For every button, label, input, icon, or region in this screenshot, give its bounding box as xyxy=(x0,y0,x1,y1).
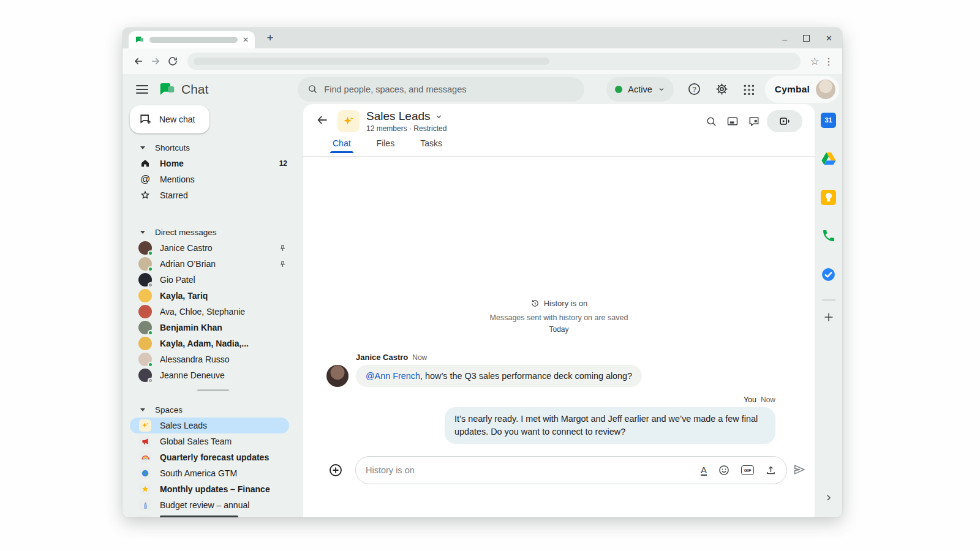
browser-tab[interactable]: ✕ xyxy=(129,31,255,48)
sidebar-item-home[interactable]: Home 12 xyxy=(123,156,303,171)
main-menu-icon[interactable] xyxy=(136,85,148,94)
space-item[interactable]: Budget review – annual xyxy=(123,497,303,513)
avatar xyxy=(138,337,152,350)
sparkle-icon xyxy=(342,114,355,128)
space-item[interactable]: Global Sales Team xyxy=(123,433,303,449)
search-in-space-button[interactable] xyxy=(703,113,720,130)
new-chat-button[interactable]: New chat xyxy=(130,105,209,133)
space-subtitle: 12 members · Restricted xyxy=(366,124,447,133)
glowing-star-icon xyxy=(141,485,149,493)
thread-chat-icon xyxy=(748,115,760,127)
threads-button[interactable] xyxy=(745,113,763,130)
chevron-down-icon[interactable] xyxy=(435,113,443,121)
tab-close-icon[interactable]: ✕ xyxy=(243,36,249,43)
presence-offline-icon xyxy=(148,378,153,383)
forward-button[interactable] xyxy=(147,53,164,70)
org-logo: Cymbal xyxy=(775,84,810,95)
clipped-label xyxy=(160,515,238,517)
sidebar-item-starred[interactable]: Starred xyxy=(123,187,303,203)
space-item[interactable]: Monthly updates – Finance xyxy=(123,481,303,497)
tab-files[interactable]: Files xyxy=(377,138,395,153)
dm-item[interactable]: Adrian O’Brian xyxy=(123,256,303,272)
new-tab-button[interactable]: + xyxy=(262,30,278,46)
calendar-app-button[interactable]: 31 xyxy=(820,111,837,129)
avatar xyxy=(138,257,152,271)
dm-item[interactable]: Kayla, Adam, Nadia,... xyxy=(123,335,303,351)
send-button[interactable] xyxy=(793,463,806,479)
gif-icon[interactable]: GIF xyxy=(741,465,754,475)
dm-item[interactable]: Gio Patel xyxy=(123,272,303,288)
message-bubble[interactable]: It’s nearly ready. I met with Margot and… xyxy=(445,407,775,444)
bookmark-star-icon[interactable]: ☆ xyxy=(807,53,823,69)
dm-item[interactable]: Alessandra Russo xyxy=(123,351,303,367)
space-tabs: Chat Files Tasks xyxy=(303,138,815,157)
avatar[interactable] xyxy=(326,365,349,387)
sparkle-icon xyxy=(141,421,149,430)
drive-app-button[interactable] xyxy=(820,150,837,167)
format-text-icon[interactable]: A xyxy=(701,465,707,476)
pin-icon xyxy=(278,260,287,269)
mention-link[interactable]: @Ann French xyxy=(366,371,420,381)
back-icon xyxy=(132,55,145,67)
maximize-button[interactable] xyxy=(803,35,810,42)
add-app-button[interactable] xyxy=(822,310,835,326)
address-bar[interactable] xyxy=(187,53,801,70)
product-name: Chat xyxy=(181,82,208,97)
back-button[interactable] xyxy=(315,113,329,129)
space-title[interactable]: Sales Leads xyxy=(366,110,431,123)
user-avatar[interactable] xyxy=(816,80,835,99)
help-button[interactable]: ? xyxy=(687,82,701,96)
dm-item[interactable]: Jeanne Deneuve xyxy=(123,367,303,383)
collapse-arrow-icon xyxy=(140,146,145,152)
dm-item[interactable]: Benjamin Khan xyxy=(123,320,303,335)
space-item-selected[interactable]: Sales Leads xyxy=(130,418,289,433)
message-bubble[interactable]: @Ann French, how’s the Q3 sales performa… xyxy=(356,365,642,387)
section-shortcuts[interactable]: Shortcuts xyxy=(123,140,303,156)
upload-icon[interactable] xyxy=(765,465,777,476)
apps-grid-icon[interactable] xyxy=(742,83,754,95)
search-bar[interactable]: Find people, spaces, and messages xyxy=(298,77,584,102)
avatar xyxy=(138,241,152,255)
message-text: , how’s the Q3 sales performance deck co… xyxy=(420,371,632,381)
emoji-icon[interactable] xyxy=(718,464,730,476)
dm-item[interactable]: Ava, Chloe, Stephanie xyxy=(123,304,303,320)
minimize-button[interactable]: – xyxy=(782,35,787,43)
space-item[interactable]: South America GTM xyxy=(123,465,303,481)
reload-icon xyxy=(167,56,178,67)
status-dot-icon xyxy=(615,86,622,93)
account-switcher[interactable]: Cymbal xyxy=(765,76,839,103)
reload-button[interactable] xyxy=(164,53,181,70)
dm-item[interactable]: Janice Castro xyxy=(123,240,303,256)
space-item-cutoff[interactable] xyxy=(123,515,303,517)
video-call-button[interactable] xyxy=(767,110,802,132)
space-avatar[interactable] xyxy=(337,110,360,132)
status-selector[interactable]: Active xyxy=(606,77,674,102)
add-attachment-button[interactable] xyxy=(328,463,343,480)
collapse-arrow-icon xyxy=(140,408,145,414)
section-spaces[interactable]: Spaces xyxy=(123,402,303,418)
avatar xyxy=(138,369,152,382)
message-input[interactable] xyxy=(366,465,690,475)
chat-logo-icon xyxy=(158,80,176,99)
tab-chat[interactable]: Chat xyxy=(333,138,351,153)
section-direct-messages[interactable]: Direct messages xyxy=(123,224,303,240)
sidebar-item-mentions[interactable]: @ Mentions xyxy=(123,171,303,187)
open-in-pip-button[interactable] xyxy=(724,113,741,130)
new-chat-icon xyxy=(139,113,153,126)
tasks-app-button[interactable] xyxy=(820,266,837,283)
keep-app-button[interactable] xyxy=(820,189,837,206)
dm-item[interactable]: Kayla, Tariq xyxy=(123,288,303,304)
voice-app-button[interactable] xyxy=(820,227,837,244)
home-icon xyxy=(140,158,151,169)
back-button[interactable] xyxy=(130,53,147,70)
tab-tasks[interactable]: Tasks xyxy=(420,138,442,153)
space-item[interactable]: Quarterly forecast updates xyxy=(123,449,303,465)
tasks-icon xyxy=(821,267,836,282)
app-bar: Chat Find people, spaces, and messages A… xyxy=(123,74,842,104)
expand-rail-button[interactable] xyxy=(824,493,834,505)
close-window-button[interactable]: ✕ xyxy=(826,34,832,42)
settings-button[interactable] xyxy=(715,82,729,96)
chat-favicon-icon xyxy=(135,35,145,45)
avatar xyxy=(138,515,150,517)
browser-menu-icon[interactable]: ⋮ xyxy=(823,56,835,67)
